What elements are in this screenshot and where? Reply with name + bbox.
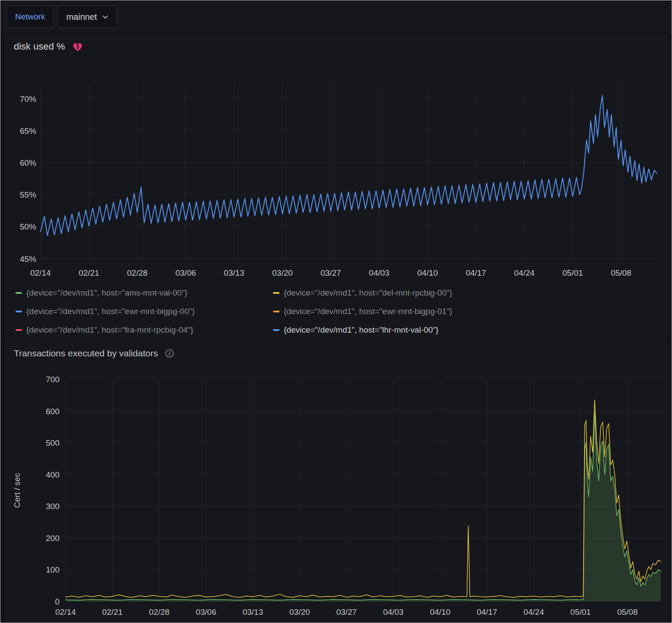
svg-text:03/20: 03/20 [272, 268, 293, 277]
svg-text:600: 600 [46, 407, 60, 416]
grafana-dashboard: { "topbar": { "network_label": "Network"… [0, 0, 672, 623]
legend-item[interactable]: {device="/dev/md1", host="lhr-mnt-val-00… [273, 321, 662, 339]
broken-heart-icon [72, 41, 83, 52]
transactions-chart[interactable]: 010020030040050060070002/1402/2102/2803/… [7, 362, 666, 621]
svg-text:03/13: 03/13 [242, 607, 263, 617]
legend-item[interactable]: {device="/dev/md1", host="del-mnt-rpcbig… [273, 283, 662, 302]
svg-text:05/01: 05/01 [570, 607, 591, 617]
svg-text:04/24: 04/24 [524, 607, 544, 617]
svg-text:100: 100 [46, 565, 60, 574]
svg-text:03/27: 03/27 [320, 268, 341, 277]
svg-text:02/21: 02/21 [102, 607, 123, 617]
svg-text:02/14: 02/14 [55, 607, 76, 617]
svg-text:04/24: 04/24 [514, 268, 535, 277]
svg-text:70%: 70% [20, 94, 36, 104]
svg-text:Cert / sec: Cert / sec [13, 473, 22, 508]
legend-series-dash-icon [273, 311, 279, 312]
svg-text:500: 500 [46, 438, 60, 447]
dashboard-variables-bar: Network mainnet [0, 0, 672, 33]
disk-used-chart[interactable]: 45%50%55%60%65%70%02/1402/2102/2803/0603… [7, 57, 666, 282]
panel-transactions-header: Transactions executed by validators [7, 343, 666, 359]
svg-text:400: 400 [46, 470, 60, 479]
legend-series-dash-icon [16, 311, 22, 312]
svg-text:200: 200 [46, 534, 60, 543]
panel-disk-used-header: disk used % [7, 35, 666, 52]
legend-series-label: {device="/dev/md1", host="ams-mnt-val-00… [26, 288, 187, 298]
legend-series-label: {device="/dev/md1", host="fra-mnt-rpcbig… [26, 325, 193, 335]
legend-series-dash-icon [273, 292, 279, 294]
svg-text:04/17: 04/17 [477, 607, 497, 617]
svg-text:04/03: 04/03 [369, 268, 389, 277]
legend-series-dash-icon [273, 329, 279, 331]
info-circle-icon[interactable] [165, 349, 174, 358]
panel-disk-used: disk used % 45%50%55%60%65%70%02/1402/21… [6, 35, 666, 340]
svg-text:45%: 45% [20, 255, 36, 264]
svg-text:60%: 60% [20, 158, 36, 167]
svg-text:03/27: 03/27 [336, 607, 357, 617]
network-variable-label-text: Network [15, 12, 45, 22]
panel-title: disk used % [14, 41, 65, 52]
panel-transactions: Transactions executed by validators 0100… [6, 342, 666, 622]
svg-text:02/21: 02/21 [79, 268, 99, 277]
legend-series-dash-icon [16, 292, 22, 294]
svg-text:04/10: 04/10 [430, 607, 451, 617]
svg-text:03/13: 03/13 [224, 268, 245, 277]
svg-text:05/01: 05/01 [562, 268, 583, 277]
chevron-down-icon [102, 15, 108, 19]
legend-series-label: {device="/dev/md1", host="del-mnt-rpcbig… [284, 288, 452, 298]
svg-text:0: 0 [55, 597, 60, 606]
svg-text:700: 700 [46, 375, 60, 384]
network-variable-value: mainnet [66, 12, 97, 22]
svg-text:02/28: 02/28 [127, 268, 148, 277]
svg-text:05/08: 05/08 [611, 268, 631, 277]
network-variable-label: Network [6, 6, 54, 28]
svg-text:50%: 50% [20, 222, 36, 231]
network-variable-dropdown[interactable]: mainnet [58, 6, 117, 28]
legend-series-label: {device="/dev/md1", host="ewr-mnt-bigpg-… [284, 307, 452, 316]
legend-item[interactable]: {device="/dev/md1", host="fra-mnt-rpcbig… [16, 321, 273, 339]
svg-text:04/03: 04/03 [383, 607, 404, 617]
legend-item[interactable]: {device="/dev/md1", host="ewr-mnt-bigpg-… [16, 302, 273, 321]
svg-text:02/14: 02/14 [30, 268, 51, 277]
svg-text:05/08: 05/08 [617, 607, 638, 617]
svg-text:04/10: 04/10 [418, 268, 438, 277]
disk-used-legend: {device="/dev/md1", host="ams-mnt-val-00… [16, 283, 662, 339]
svg-text:65%: 65% [20, 126, 36, 135]
legend-series-label: {device="/dev/md1", host="lhr-mnt-val-00… [284, 325, 439, 335]
panel-title: Transactions executed by validators [14, 348, 158, 359]
svg-text:04/17: 04/17 [466, 268, 487, 277]
svg-text:300: 300 [46, 502, 60, 511]
svg-text:03/06: 03/06 [176, 268, 196, 277]
svg-text:55%: 55% [20, 190, 36, 199]
svg-text:02/28: 02/28 [149, 607, 170, 617]
legend-series-label: {device="/dev/md1", host="ewr-mnt-bigpg-… [26, 307, 195, 316]
svg-text:03/06: 03/06 [196, 607, 217, 617]
legend-item[interactable]: {device="/dev/md1", host="ams-mnt-val-00… [16, 283, 273, 302]
legend-series-dash-icon [16, 329, 22, 331]
legend-item[interactable]: {device="/dev/md1", host="ewr-mnt-bigpg-… [273, 302, 662, 321]
svg-text:03/20: 03/20 [289, 607, 310, 617]
